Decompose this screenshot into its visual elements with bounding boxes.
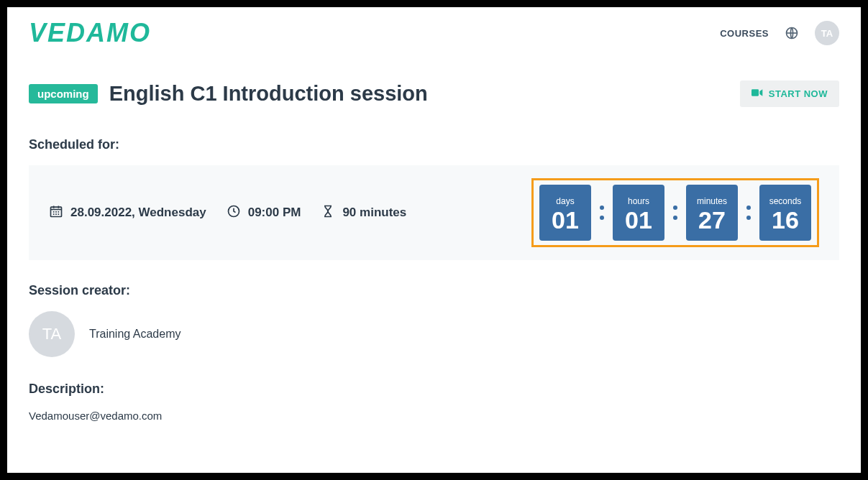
header-right: COURSES TA: [720, 21, 839, 45]
description-text: Vedamouser@vedamo.com: [29, 410, 839, 422]
schedule-time: 09:00 PM: [227, 204, 301, 222]
creator-row: TA Training Academy: [29, 311, 839, 357]
start-now-button[interactable]: START NOW: [740, 80, 839, 107]
creator-avatar[interactable]: TA: [29, 311, 75, 357]
countdown-separator: [673, 206, 677, 220]
start-now-label: START NOW: [769, 88, 828, 99]
courses-link[interactable]: COURSES: [720, 28, 769, 39]
logo[interactable]: VEDAMO: [29, 20, 151, 46]
countdown-days-value: 01: [552, 208, 579, 232]
hourglass-icon: [321, 204, 335, 222]
scheduled-label: Scheduled for:: [29, 137, 839, 152]
countdown-days: days 01: [539, 185, 591, 241]
countdown-separator: [746, 206, 751, 220]
countdown-seconds: seconds 16: [759, 185, 811, 241]
schedule-date-text: 28.09.2022, Wednesday: [70, 206, 206, 220]
countdown-seconds-value: 16: [772, 208, 799, 232]
countdown: days 01 hours 01 minutes 27 seconds 16: [531, 178, 819, 247]
video-icon: [751, 88, 763, 100]
description-label: Description:: [29, 382, 839, 397]
page-title: English C1 Introduction session: [109, 82, 428, 106]
countdown-hours-value: 01: [625, 208, 652, 232]
countdown-hours: hours 01: [613, 185, 664, 241]
schedule-duration: 90 minutes: [321, 204, 406, 222]
schedule-date: 28.09.2022, Wednesday: [49, 204, 206, 222]
schedule-duration-text: 90 minutes: [342, 206, 406, 220]
globe-icon[interactable]: [785, 26, 799, 40]
schedule-time-text: 09:00 PM: [248, 206, 301, 220]
user-avatar[interactable]: TA: [815, 21, 839, 45]
countdown-hours-label: hours: [628, 196, 649, 206]
title-row: upcoming English C1 Introduction session…: [29, 80, 839, 107]
clock-icon: [227, 204, 241, 222]
schedule-bar: 28.09.2022, Wednesday 09:00 PM: [29, 165, 839, 260]
countdown-minutes: minutes 27: [686, 185, 738, 241]
countdown-seconds-label: seconds: [769, 196, 802, 206]
svg-rect-1: [751, 89, 759, 96]
status-badge: upcoming: [29, 84, 98, 103]
calendar-icon: [49, 204, 63, 222]
countdown-separator: [600, 206, 604, 220]
countdown-minutes-value: 27: [698, 208, 726, 232]
header: VEDAMO COURSES TA: [29, 20, 839, 46]
creator-name: Training Academy: [89, 328, 181, 341]
countdown-minutes-label: minutes: [697, 196, 727, 206]
creator-label: Session creator:: [29, 283, 839, 298]
countdown-days-label: days: [556, 196, 574, 206]
